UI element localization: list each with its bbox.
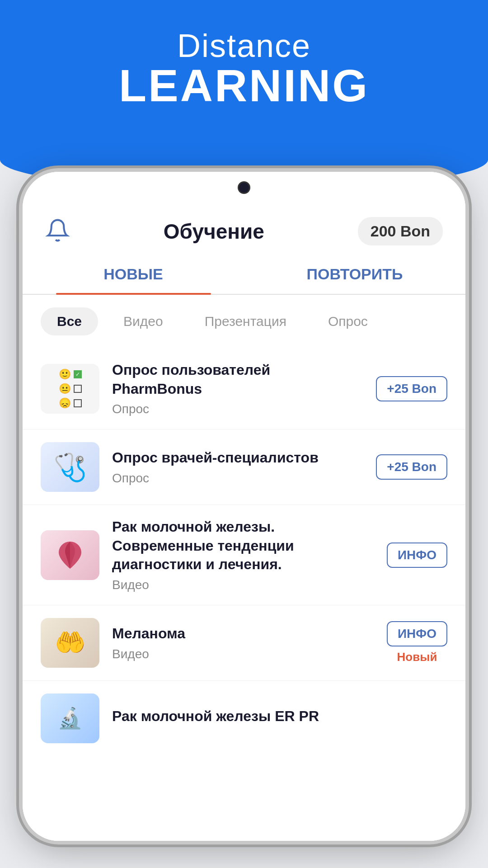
item-subtitle: Опрос [112, 402, 363, 416]
item-thumbnail-partial: 🔬 [41, 693, 99, 743]
item-title: Рак молочной железы. Современные тенденц… [112, 518, 374, 574]
item-title: Рак молочной железы ER PR [112, 707, 447, 726]
item-text-block: Меланома Видео [112, 624, 374, 661]
filter-survey[interactable]: Опрос [312, 307, 384, 335]
filter-all[interactable]: Все [41, 307, 98, 335]
item-text-block: Опрос пользователей PharmBonus Опрос [112, 361, 363, 416]
item-thumbnail-survey: 🙂 ✓ 😐 😞 [41, 364, 99, 414]
app-content: Обучение 200 Bon НОВЫЕ ПОВТОРИТЬ Все Вид… [23, 203, 465, 841]
item-badge-group: ИНФО Новый [387, 621, 447, 664]
filter-presentation[interactable]: Презентация [188, 307, 303, 335]
list-item[interactable]: Рак молочной железы. Современные тенденц… [23, 505, 465, 605]
list-item[interactable]: 🔬 Рак молочной железы ER PR [23, 681, 465, 743]
bonus-badge: 200 Bon [358, 217, 443, 245]
item-text-block: Рак молочной железы ER PR [112, 707, 447, 730]
phone-screen: Обучение 200 Bon НОВЫЕ ПОВТОРИТЬ Все Вид… [23, 172, 465, 841]
header-text-block: Distance LEARNING [0, 27, 488, 112]
top-bar: Обучение 200 Bon [23, 203, 465, 255]
camera-area [23, 172, 465, 203]
item-info-badge: ИНФО [387, 621, 447, 646]
item-thumbnail-melanoma: 🤲 [41, 618, 99, 668]
item-text-block: Опрос врачей-специалистов Опрос [112, 448, 363, 486]
filter-row: Все Видео Презентация Опрос [23, 295, 465, 348]
list-item[interactable]: 🤲 Меланома Видео ИНФО Новый [23, 605, 465, 681]
tabs-container: НОВЫЕ ПОВТОРИТЬ [23, 255, 465, 295]
item-info-badge: ИНФО [387, 542, 447, 568]
header-line1: Distance [0, 27, 488, 64]
item-thumbnail-ribbon [41, 530, 99, 580]
item-bonus-badge: +25 Bon [376, 376, 447, 401]
item-subtitle: Видео [112, 647, 374, 661]
list-item[interactable]: 🙂 ✓ 😐 😞 Опрос пользов [23, 348, 465, 429]
item-new-badge: Новый [397, 650, 437, 664]
tab-repeat[interactable]: ПОВТОРИТЬ [244, 255, 465, 294]
item-subtitle: Опрос [112, 471, 363, 486]
item-thumbnail-doctor: 🩺 [41, 442, 99, 492]
phone-frame: Обучение 200 Bon НОВЫЕ ПОВТОРИТЬ Все Вид… [23, 172, 465, 841]
page-title: Обучение [164, 219, 264, 244]
camera-dot [238, 181, 250, 194]
item-text-block: Рак молочной железы. Современные тенденц… [112, 518, 374, 592]
item-title: Меланома [112, 624, 374, 643]
item-bonus-badge: +25 Bon [376, 454, 447, 480]
list-item[interactable]: 🩺 Опрос врачей-специалистов Опрос +25 Bo… [23, 429, 465, 505]
notification-bell-icon[interactable] [45, 218, 70, 245]
tab-new[interactable]: НОВЫЕ [23, 255, 244, 294]
item-title: Опрос врачей-специалистов [112, 448, 363, 467]
item-title: Опрос пользователей PharmBonus [112, 361, 363, 398]
filter-video[interactable]: Видео [107, 307, 179, 335]
header-line2: LEARNING [0, 60, 488, 112]
item-subtitle: Видео [112, 578, 374, 592]
